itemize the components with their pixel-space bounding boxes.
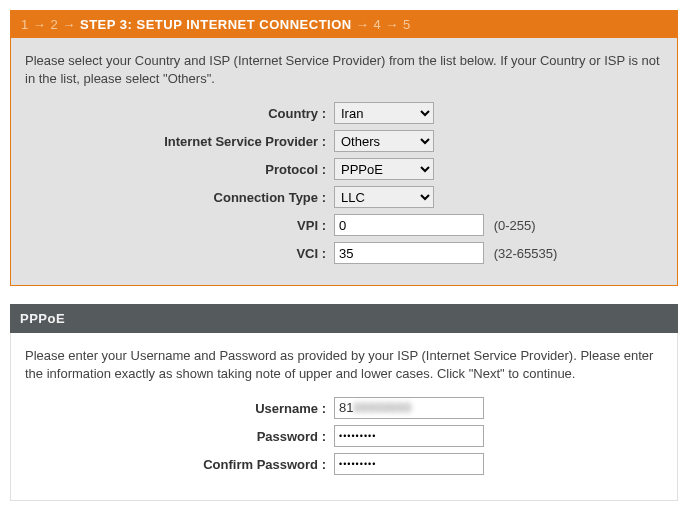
setup-step-panel: 1 → 2 → STEP 3: SETUP INTERNET CONNECTIO… xyxy=(10,10,678,286)
step-2: 2 xyxy=(50,17,58,32)
username-label: Username : xyxy=(25,394,330,422)
isp-label: Internet Service Provider : xyxy=(25,127,330,155)
vci-label: VCI : xyxy=(25,239,330,267)
pppoe-title: PPPoE xyxy=(10,304,678,333)
confirm-password-input[interactable] xyxy=(334,453,484,475)
protocol-select[interactable]: PPPoE xyxy=(334,158,434,180)
protocol-label: Protocol : xyxy=(25,155,330,183)
connection-instructions: Please select your Country and ISP (Inte… xyxy=(25,52,663,87)
password-label: Password : xyxy=(25,422,330,450)
step-5: 5 xyxy=(403,17,411,32)
pppoe-body: Please enter your Username and Password … xyxy=(10,333,678,501)
step-current: STEP 3: SETUP INTERNET CONNECTION xyxy=(80,17,352,32)
username-input[interactable]: 8100000000 xyxy=(334,397,484,419)
vpi-label: VPI : xyxy=(25,211,330,239)
country-select[interactable]: Iran xyxy=(334,102,434,124)
step-4: 4 xyxy=(373,17,381,32)
vci-input[interactable] xyxy=(334,242,484,264)
step-1: 1 xyxy=(21,17,29,32)
vci-hint: (32-65535) xyxy=(494,246,558,261)
pppoe-panel: PPPoE Please enter your Username and Pas… xyxy=(10,304,678,501)
confirm-password-label: Confirm Password : xyxy=(25,450,330,478)
conn-type-label: Connection Type : xyxy=(25,183,330,211)
country-label: Country : xyxy=(25,99,330,127)
pppoe-instructions: Please enter your Username and Password … xyxy=(25,347,663,382)
password-input[interactable] xyxy=(334,425,484,447)
conn-type-select[interactable]: LLC xyxy=(334,186,434,208)
isp-select[interactable]: Others xyxy=(334,130,434,152)
vpi-hint: (0-255) xyxy=(494,218,536,233)
wizard-breadcrumb: 1 → 2 → STEP 3: SETUP INTERNET CONNECTIO… xyxy=(11,11,677,38)
connection-form-body: Please select your Country and ISP (Inte… xyxy=(11,38,677,285)
vpi-input[interactable] xyxy=(334,214,484,236)
